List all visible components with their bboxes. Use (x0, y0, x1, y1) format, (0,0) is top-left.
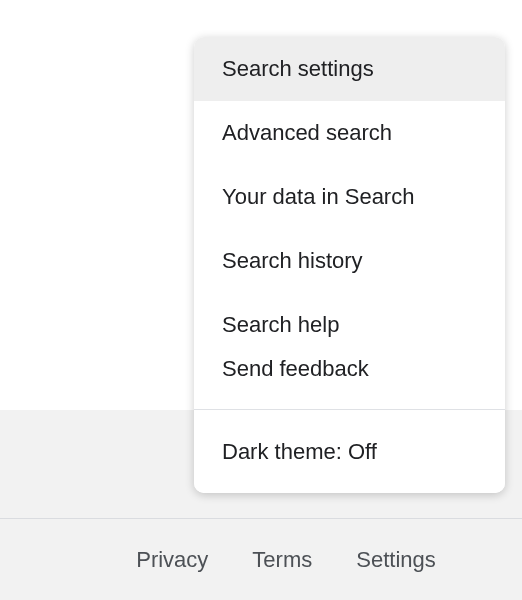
footer-link-terms[interactable]: Terms (252, 547, 312, 573)
settings-menu: Search settings Advanced search Your dat… (194, 37, 505, 493)
footer-link-privacy[interactable]: Privacy (136, 547, 208, 573)
menu-item-your-data[interactable]: Your data in Search (194, 165, 505, 229)
menu-item-search-history[interactable]: Search history (194, 229, 505, 293)
menu-item-send-feedback[interactable]: Send feedback (194, 347, 505, 401)
menu-item-advanced-search[interactable]: Advanced search (194, 101, 505, 165)
footer-link-settings[interactable]: Settings (356, 547, 436, 573)
footer-links: Privacy Terms Settings (0, 519, 522, 600)
menu-item-dark-theme[interactable]: Dark theme: Off (194, 420, 505, 493)
menu-item-search-settings[interactable]: Search settings (194, 37, 505, 101)
menu-item-search-help[interactable]: Search help (194, 293, 505, 347)
menu-separator (194, 409, 505, 410)
